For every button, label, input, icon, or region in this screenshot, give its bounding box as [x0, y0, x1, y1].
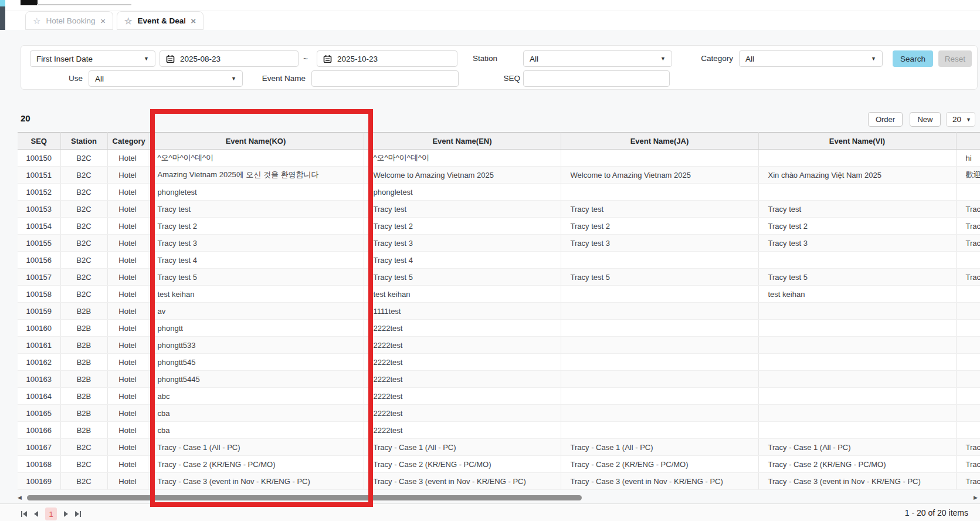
cell-seq: 100153	[18, 201, 60, 218]
table-row[interactable]: 100167B2CHotelTracy - Case 1 (All - PC)T…	[18, 439, 980, 456]
chevron-down-icon: ▼	[966, 117, 971, 123]
cell-ko: abc	[148, 388, 364, 405]
cell-ko: cba	[148, 405, 364, 422]
cell-en: 2222test	[364, 405, 561, 422]
cell-seq: 100157	[18, 269, 60, 286]
cropped-toolbar-underline	[37, 4, 131, 5]
use-value: All	[95, 75, 104, 83]
scroll-right-icon[interactable]: ▶	[974, 494, 978, 502]
page-size-select[interactable]: 20 ▼	[946, 112, 975, 127]
cell-vi	[758, 371, 956, 388]
cell-station: B2C	[60, 218, 107, 235]
search-button[interactable]: Search	[893, 50, 933, 67]
cell-category: Hotel	[107, 235, 148, 252]
first-page-button[interactable]	[21, 511, 27, 517]
cell-seq: 100154	[18, 218, 60, 235]
calendar-icon	[323, 55, 332, 63]
seq-input[interactable]	[530, 74, 663, 84]
cell-en: Tracy test 4	[364, 252, 561, 269]
left-edge-strip-top	[0, 0, 5, 6]
current-page-button[interactable]: 1	[45, 508, 57, 520]
cell-zh	[956, 303, 980, 320]
table-row[interactable]: 100162B2BHotelphongtt5452222test	[18, 354, 980, 371]
column-header-en: Event Name(EN)	[364, 133, 561, 150]
event-name-input[interactable]	[318, 74, 452, 84]
cell-station: B2C	[60, 150, 107, 167]
cell-ko: ^오^마^이^데^이	[148, 150, 364, 167]
close-tab-icon[interactable]: ×	[100, 16, 106, 25]
cell-zh	[956, 388, 980, 405]
cell-category: Hotel	[107, 473, 148, 490]
tab-event-deals[interactable]: ☆ Event & Deals ×	[117, 11, 204, 30]
column-header-category: Category	[107, 133, 148, 150]
table-row[interactable]: 100151B2CHotelAmazing Vietnam 2025에 오신 것…	[18, 167, 980, 184]
cell-en: Tracy test 3	[364, 235, 561, 252]
horizontal-scrollbar[interactable]: ◀ ▶	[18, 494, 978, 502]
favorite-star-icon[interactable]: ☆	[33, 16, 40, 25]
table-row[interactable]: 100160B2BHotelphongtt2222test	[18, 320, 980, 337]
cell-ko: Tracy test 5	[148, 269, 364, 286]
table-row[interactable]: 100166B2BHotelcba2222test	[18, 422, 980, 439]
chevron-down-icon: ▼	[231, 76, 236, 82]
table-row[interactable]: 100157B2CHotelTracy test 5Tracy test 5Tr…	[18, 269, 980, 286]
table-row[interactable]: 100150B2CHotel^오^마^이^데^이^오^마^이^데^이hi	[18, 150, 980, 167]
cell-ko: Tracy - Case 3 (event in Nov - KR/ENG - …	[148, 473, 364, 490]
cell-ja: Tracy test 2	[561, 218, 758, 235]
previous-page-button[interactable]	[34, 511, 38, 517]
table-row[interactable]: 100152B2CHotelphongletestphongletest	[18, 184, 980, 201]
table-row[interactable]: 100169B2CHotelTracy - Case 3 (event in N…	[18, 473, 980, 490]
cell-en: Tracy - Case 2 (KR/ENG - PC/MO)	[364, 456, 561, 473]
cell-seq: 100165	[18, 405, 60, 422]
cell-vi	[758, 388, 956, 405]
cell-zh	[956, 286, 980, 303]
cell-zh: Tracy	[956, 235, 980, 252]
order-button[interactable]: Order	[868, 112, 903, 127]
reset-button[interactable]: Reset	[938, 50, 972, 67]
cell-zh	[956, 354, 980, 371]
cell-category: Hotel	[107, 456, 148, 473]
cell-station: B2C	[60, 269, 107, 286]
date-type-select[interactable]: First Insert Date ▼	[30, 50, 155, 67]
cell-seq: 100161	[18, 337, 60, 354]
date-from-field[interactable]: 2025-08-23	[160, 50, 299, 67]
category-select[interactable]: All ▼	[739, 50, 883, 67]
cell-station: B2C	[60, 252, 107, 269]
table-row[interactable]: 100161B2BHotelphongtt5332222test	[18, 337, 980, 354]
last-page-button[interactable]	[75, 511, 81, 517]
table-row[interactable]: 100168B2CHotelTracy - Case 2 (KR/ENG - P…	[18, 456, 980, 473]
cell-ja	[561, 388, 758, 405]
table-row[interactable]: 100165B2BHotelcba2222test	[18, 405, 980, 422]
table-row[interactable]: 100154B2CHotelTracy test 2Tracy test 2Tr…	[18, 218, 980, 235]
cell-vi	[758, 337, 956, 354]
table-row[interactable]: 100158B2CHoteltest keihantest keihantest…	[18, 286, 980, 303]
table-row[interactable]: 100159B2BHotelav1111test	[18, 303, 980, 320]
table-row[interactable]: 100163B2BHotelphongtt54452222test	[18, 371, 980, 388]
close-tab-icon[interactable]: ×	[191, 16, 196, 25]
table-body: 100150B2CHotel^오^마^이^데^이^오^마^이^데^이hi1001…	[18, 150, 980, 490]
seq-label: SEQ	[491, 70, 520, 87]
cell-vi: Xin chào Amazing Việt Nam 2025	[758, 167, 956, 184]
cropped-toolbar-fragment	[21, 0, 38, 5]
cell-seq: 100164	[18, 388, 60, 405]
table-row[interactable]: 100153B2CHotelTracy testTracy testTracy …	[18, 201, 980, 218]
cell-zh	[956, 337, 980, 354]
station-select[interactable]: All ▼	[523, 50, 672, 67]
scrollbar-thumb[interactable]	[27, 495, 582, 500]
column-header-zh	[956, 133, 980, 150]
cell-seq: 100169	[18, 473, 60, 490]
cell-vi: Tracy test	[758, 201, 956, 218]
cell-vi	[758, 252, 956, 269]
cell-ko: Tracy test	[148, 201, 364, 218]
favorite-star-icon[interactable]: ☆	[124, 16, 132, 25]
new-button[interactable]: New	[910, 112, 941, 127]
table-row[interactable]: 100155B2CHotelTracy test 3Tracy test 3Tr…	[18, 235, 980, 252]
category-label: Category	[685, 50, 733, 67]
table-row[interactable]: 100164B2BHotelabc2222test	[18, 388, 980, 405]
next-page-button[interactable]	[64, 511, 68, 517]
tab-hotel-bookings[interactable]: ☆ Hotel Bookings ×	[25, 11, 113, 30]
date-to-field[interactable]: 2025-10-23	[317, 50, 457, 67]
scroll-left-icon[interactable]: ◀	[18, 494, 22, 502]
table-row[interactable]: 100156B2CHotelTracy test 4Tracy test 4	[18, 252, 980, 269]
cell-en: Tracy test 5	[364, 269, 561, 286]
use-select[interactable]: All ▼	[89, 70, 243, 87]
